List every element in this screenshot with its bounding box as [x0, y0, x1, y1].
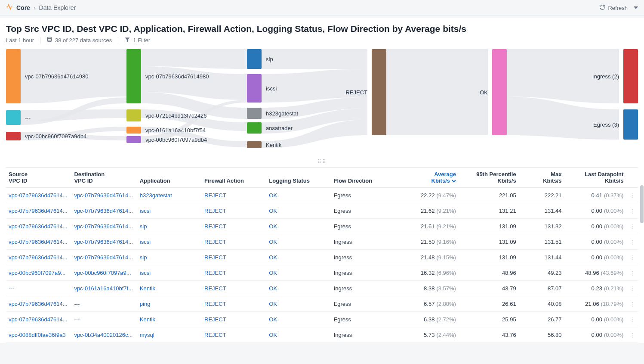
table-cell[interactable]: vpc-07b79636d47614... [6, 219, 71, 234]
caret-down-icon[interactable] [634, 5, 638, 11]
column-header[interactable]: Last DatapointKbits/s [564, 168, 626, 188]
table-cell[interactable]: sip [137, 250, 202, 265]
table-cell[interactable]: REJECT [202, 281, 266, 296]
row-menu-button[interactable]: ⋮ [626, 203, 638, 219]
table-cell[interactable]: vpc-07b79636d47614... [6, 296, 71, 312]
sankey-node[interactable]: OK [480, 49, 507, 135]
table-cell[interactable]: REJECT [202, 234, 266, 250]
breadcrumb-root[interactable]: Core [16, 4, 30, 11]
table-cell[interactable]: OK [266, 250, 331, 265]
table-cell[interactable]: mysql [137, 327, 202, 343]
sankey-node[interactable]: vpc-0161a16a410bf7f54 [126, 127, 206, 134]
sankey-node[interactable]: REJECT [345, 49, 386, 135]
table-cell[interactable]: iscsi [137, 265, 202, 281]
table-cell: Ingress [331, 327, 404, 343]
sankey-node[interactable]: vpc-00bc960f7097a9db4 [6, 132, 86, 140]
table-cell[interactable]: REJECT [202, 327, 266, 343]
refresh-button[interactable]: Refresh [599, 4, 638, 12]
table-cell[interactable]: REJECT [202, 312, 266, 327]
resize-handle[interactable]: ⠿⠿ [6, 158, 638, 167]
row-menu-button[interactable]: ⋮ [626, 219, 638, 234]
row-menu-button[interactable]: ⋮ [626, 188, 638, 203]
column-header[interactable]: Logging Status [266, 168, 331, 188]
sankey-node[interactable]: vpc-07b79636d47614980 [126, 49, 209, 103]
table-cell[interactable]: vpc-00bc960f7097a9... [71, 265, 137, 281]
table-cell[interactable]: Kentik [137, 312, 202, 327]
breadcrumb-page[interactable]: Data Explorer [39, 4, 76, 11]
table-cell[interactable]: Kentik [137, 281, 202, 296]
table-cell: Egress [331, 312, 404, 327]
table-cell[interactable]: vpc-0b34a40020126c... [71, 327, 137, 343]
row-menu-button[interactable]: ⋮ [626, 234, 638, 250]
table-cell[interactable]: OK [266, 296, 331, 312]
table-cell[interactable]: vpc-07b79636d47614... [6, 234, 71, 250]
table-cell[interactable]: vpc-07b79636d47614... [71, 219, 137, 234]
table-cell[interactable]: iscsi [137, 203, 202, 219]
table-cell[interactable]: vpc-07b79636d47614... [71, 234, 137, 250]
table-cell[interactable]: vpc-07b79636d47614... [71, 188, 137, 203]
table-cell: 43.79 [459, 281, 519, 296]
column-header[interactable]: 95th PercentileKbits/s [459, 168, 519, 188]
column-header[interactable]: DestinationVPC ID [71, 168, 137, 188]
sankey-node[interactable]: --- [6, 110, 31, 125]
sankey-node[interactable]: vpc-00bc960f7097a9db4 [126, 136, 207, 143]
sankey-node[interactable]: Egress (3) [593, 109, 638, 140]
table-cell[interactable]: OK [266, 234, 331, 250]
sankey-node[interactable]: vpc-07b79636d47614980 [6, 49, 88, 103]
table-cell[interactable]: OK [266, 265, 331, 281]
row-menu-button[interactable]: ⋮ [626, 250, 638, 265]
table-cell[interactable]: sip [137, 219, 202, 234]
table-cell[interactable]: OK [266, 312, 331, 327]
sankey-node[interactable]: vpc-0721c4bd13f7c2426 [126, 109, 206, 121]
time-range[interactable]: Last 1 hour [6, 37, 34, 44]
table-cell[interactable]: REJECT [202, 296, 266, 312]
table-cell[interactable]: REJECT [202, 203, 266, 219]
table-cell[interactable]: vpc-07b79636d47614... [6, 312, 71, 327]
table-cell[interactable]: vpc-07b79636d47614... [6, 188, 71, 203]
column-header[interactable]: AverageKbits/s [404, 168, 459, 188]
row-menu-button[interactable]: ⋮ [626, 281, 638, 296]
sankey-chart[interactable]: vpc-07b79636d47614980---vpc-00bc960f7097… [6, 49, 638, 155]
table-cell[interactable]: vpc-0088dff0fae36f9a3 [6, 327, 71, 343]
column-header[interactable]: Application [137, 168, 202, 188]
row-menu-button[interactable]: ⋮ [626, 265, 638, 281]
table-cell[interactable]: OK [266, 203, 331, 219]
table-cell[interactable]: vpc-07b79636d47614... [71, 250, 137, 265]
table-cell[interactable]: OK [266, 281, 331, 296]
scrollbar-thumb[interactable] [640, 185, 644, 223]
sankey-node[interactable]: ansatrader [247, 122, 293, 134]
table-cell[interactable]: vpc-07b79636d47614... [71, 203, 137, 219]
table-cell[interactable]: REJECT [202, 250, 266, 265]
table-cell[interactable]: REJECT [202, 265, 266, 281]
table-cell[interactable]: vpc-00bc960f7097a9... [6, 265, 71, 281]
table-cell[interactable]: vpc-07b79636d47614... [6, 203, 71, 219]
table-cell[interactable]: vpc-0161a16a410bf7f... [71, 281, 137, 296]
column-header[interactable]: SourceVPC ID [6, 168, 71, 188]
sankey-node[interactable]: iscsi [247, 74, 277, 103]
table-cell[interactable]: vpc-07b79636d47614... [6, 250, 71, 265]
data-sources[interactable]: 38 of 227 data sources [46, 37, 112, 44]
sankey-node[interactable]: h323gatestat [247, 108, 298, 119]
table-cell[interactable]: OK [266, 219, 331, 234]
sankey-node[interactable]: Kentik [247, 141, 281, 148]
column-header[interactable]: Flow Direction [331, 168, 404, 188]
database-icon [46, 37, 52, 44]
sankey-node[interactable]: sip [247, 49, 273, 69]
table-row: vpc-07b79636d47614...vpc-07b79636d47614.… [6, 219, 638, 234]
table-cell[interactable]: iscsi [137, 234, 202, 250]
filters[interactable]: 1 Filter [124, 37, 150, 44]
table-cell[interactable]: OK [266, 327, 331, 343]
table-row: vpc-00bc960f7097a9...vpc-00bc960f7097a9.… [6, 265, 638, 281]
sankey-node[interactable]: Ingress (2) [592, 49, 638, 103]
row-menu-button[interactable]: ⋮ [626, 296, 638, 312]
column-header[interactable]: MaxKbits/s [519, 168, 564, 188]
sankey-node-label: h323gatestat [266, 110, 298, 117]
table-cell[interactable]: REJECT [202, 188, 266, 203]
column-header[interactable]: Firewall Action [202, 168, 266, 188]
table-cell[interactable]: OK [266, 188, 331, 203]
row-menu-button[interactable]: ⋮ [626, 327, 638, 343]
row-menu-button[interactable]: ⋮ [626, 312, 638, 327]
table-cell[interactable]: h323gatestat [137, 188, 202, 203]
table-cell[interactable]: ping [137, 296, 202, 312]
table-cell[interactable]: REJECT [202, 219, 266, 234]
